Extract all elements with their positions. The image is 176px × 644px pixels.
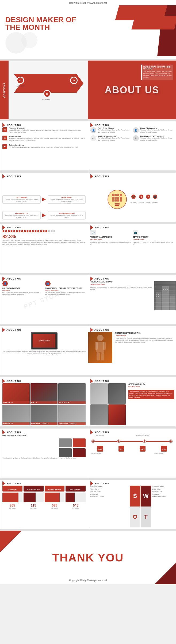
tl-box-4 bbox=[154, 434, 174, 436]
about-arrow-9a bbox=[2, 430, 5, 434]
bar-3 bbox=[45, 493, 65, 502]
tl-years-row: 2012 2013 2014 2015 bbox=[90, 446, 174, 452]
anim-text: Animation & film The most disruptive por… bbox=[9, 144, 78, 148]
svg-rect-29 bbox=[97, 352, 100, 360]
follow-icon: ◉ bbox=[133, 135, 139, 141]
bold-title: Bold Color Choice bbox=[98, 127, 131, 129]
stat-num-3: 085 Per month bbox=[45, 504, 65, 509]
about-arrow-5a bbox=[2, 225, 5, 230]
photo-6: WORKSHOPS & COURSES bbox=[58, 405, 86, 425]
founding-area: 👤 FOUNDING PARTNER Demitaford He is a se… bbox=[2, 281, 86, 323]
tl-track bbox=[93, 437, 171, 445]
person-unit-11 bbox=[29, 230, 31, 232]
person-svg bbox=[88, 332, 112, 363]
anim-icon: ▶ bbox=[2, 144, 7, 149]
tl-node-4 bbox=[170, 440, 172, 442]
svg-rect-22 bbox=[163, 289, 164, 290]
person-unit-3 bbox=[8, 230, 10, 232]
typo-title: Modern Typography bbox=[98, 135, 131, 137]
brand-desc: The color palette we chose for The Puma … bbox=[2, 457, 86, 459]
about-arrow-3a bbox=[2, 123, 5, 127]
mb-icon-1: 🕐 bbox=[90, 230, 96, 235]
here-box: HERE'S WHAT YOU CAN HIRE US TO DO This s… bbox=[141, 65, 173, 80]
mb-title-2: GETTING IT ON TV bbox=[133, 236, 174, 238]
tl-year-box-4: 2015 bbox=[161, 446, 167, 452]
bar-1 bbox=[2, 493, 22, 502]
typo-desc: The color palette we chose for The Puma … bbox=[98, 137, 131, 141]
bulb-icon-4: ⬛ Location bbox=[152, 195, 158, 204]
typo-text: Modern Typography The color palette we c… bbox=[98, 135, 131, 141]
mb-sub-1: One More Trend bbox=[90, 239, 131, 241]
hero-shapes bbox=[90, 5, 176, 56]
person-unit-18 bbox=[48, 230, 50, 232]
bar-fill-3 bbox=[45, 493, 60, 502]
net-desc-2: The color palette we chose for The Puma … bbox=[49, 199, 85, 202]
bulb-label-4: Location bbox=[152, 202, 158, 203]
net-desc-4: The only real capturing The Puma House a… bbox=[49, 215, 85, 218]
swot-right-4: Photo & Film bbox=[152, 493, 174, 495]
tv-desc: The color palette we chose for The Puma … bbox=[129, 391, 173, 398]
person-unit-12 bbox=[32, 230, 34, 232]
swot-cell-t: T bbox=[141, 507, 151, 528]
founding-name: Demitaford bbox=[2, 290, 43, 292]
tl-year-box-2: 2013 bbox=[118, 446, 124, 452]
bulb-label-2: Analytics bbox=[139, 202, 144, 203]
tl-descs-row: The campaign line What's Needed? bbox=[90, 453, 174, 454]
stat-header-4: What's Needed? bbox=[70, 489, 81, 490]
tl-year-2: 2013 bbox=[112, 446, 131, 452]
content-3b: 👤 Bold Color Choice The color palette we… bbox=[90, 127, 174, 169]
tl-node-3 bbox=[143, 440, 146, 442]
stat-lbl-3: Per month bbox=[45, 507, 65, 509]
tv-photo-2 bbox=[108, 383, 126, 404]
building-svg bbox=[154, 281, 176, 310]
brand-photo-4 bbox=[73, 448, 86, 457]
stats-headers: Branding A2 The campaign line Engaging C… bbox=[2, 486, 86, 492]
slide-3b: ABOUT US 👤 Bold Color Choice The color p… bbox=[88, 121, 176, 171]
network-box-4: Strong Collaboration The only real captu… bbox=[48, 211, 86, 219]
swot-left-3: Animation & Film bbox=[90, 491, 129, 493]
stat-col-header-2: The campaign line bbox=[24, 486, 44, 492]
person-unit-1 bbox=[2, 230, 5, 232]
mb-desc-1: Creators of Tv 2 — we work on design use… bbox=[90, 241, 131, 245]
net-title-2: On Air What? bbox=[49, 197, 85, 198]
motion-desc: Only at determined as for the other most… bbox=[115, 338, 174, 343]
mb-title-1: THE NEW MASTERBRAND bbox=[90, 236, 131, 238]
stat-num-4: 045 Per month bbox=[66, 504, 86, 509]
bar-col-4 bbox=[66, 493, 86, 502]
swot-right-list: Branding & Strategy Web & Online Animati… bbox=[152, 486, 174, 527]
stat-lbl-1: Per month bbox=[2, 507, 22, 509]
stats-bars bbox=[2, 493, 86, 502]
content-right: ABOUT US HERE'S WHAT YOU CAN HIRE US TO … bbox=[88, 61, 176, 120]
arrow-bot bbox=[42, 211, 46, 219]
motion-img bbox=[88, 332, 112, 363]
tl-dot-4 bbox=[170, 440, 172, 442]
hero-body: DESIGN MAKER OF THE MONTH bbox=[0, 5, 176, 56]
mb-desc-2: Creators of Tv 2 — we work on design use… bbox=[133, 241, 174, 245]
list-item: ★ Strategy & Identity On every agenda we… bbox=[2, 127, 86, 133]
motion-title: MOTION CREATES EMOTION bbox=[115, 332, 174, 334]
ty-text: THANK YOU Copyright © http://www.pptstor… bbox=[0, 531, 176, 584]
vert-label: CONTENT bbox=[3, 82, 6, 98]
bulb-icons-row: 🎓 Education ◉ Analytics ✦ Design ⬛ Locat… bbox=[131, 195, 158, 204]
swot-right-5: Workshops & Courses bbox=[152, 496, 174, 498]
swot-right-3: Animation & Film bbox=[152, 491, 174, 493]
founding-col-2: 👥 CO-CREATION LEADS TO BETTER RESULTS St… bbox=[45, 281, 86, 323]
hero-text: DESIGN MAKER OF THE MONTH bbox=[5, 16, 76, 31]
slide-row-8: ABOUT US BRANDING 4.0 WEB 4.0 PHOTO & FI… bbox=[0, 377, 176, 427]
newmb-area: THE NEW MASTERBRAND Strong Collaboration… bbox=[90, 281, 176, 323]
web-title: Web & online bbox=[9, 136, 86, 137]
net-desc-1: The color palette we chose for The Puma … bbox=[4, 199, 39, 202]
photo-overlay-2: WEB 4.0 bbox=[30, 401, 58, 404]
web-text: Web & online It's what we automatically … bbox=[9, 136, 86, 142]
newmb-desc: Our of the main creation and we needed w… bbox=[90, 287, 153, 291]
svg-point-25 bbox=[97, 335, 104, 341]
photo-2: WEB 4.0 bbox=[30, 383, 58, 404]
photo-5: WORKSHOPS & COURSES bbox=[30, 405, 58, 425]
slide-hero: Copyright © http://www.pptstore.net DESI… bbox=[0, 0, 176, 59]
slide-row-10: ABOUT US Branding A2 The campaign line E… bbox=[0, 479, 176, 529]
person-row-name: 👤 Name Christensen The color palette we … bbox=[133, 127, 174, 133]
col-3b-left: 👤 Bold Color Choice The color palette we… bbox=[90, 127, 131, 169]
svg-rect-5 bbox=[112, 197, 114, 199]
brand-photo-3 bbox=[59, 448, 72, 457]
people-icons bbox=[2, 230, 86, 232]
